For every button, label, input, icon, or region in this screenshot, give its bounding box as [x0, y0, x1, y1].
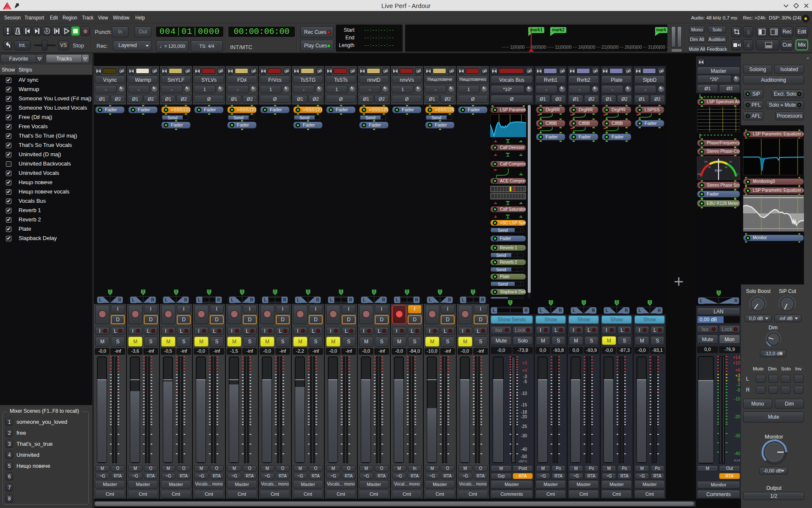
svg-text:Corr: Corr [715, 168, 722, 172]
svg-text:135: 135 [704, 161, 708, 163]
svg-text:90: 90 [708, 166, 711, 168]
svg-text:-45: -45 [724, 166, 727, 168]
svg-text:180: 180 [697, 173, 701, 175]
svg-text:45: 45 [730, 161, 732, 163]
